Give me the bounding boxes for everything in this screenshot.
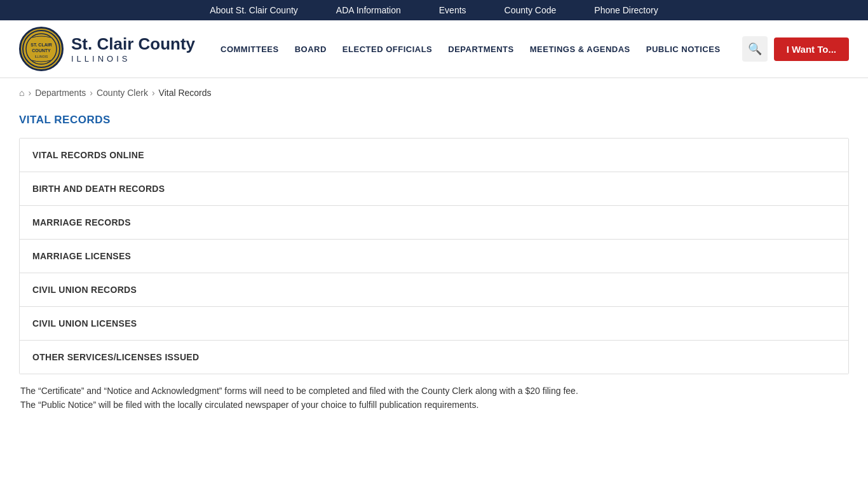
logo-text: St. Clair County ILLINOIS	[71, 34, 195, 64]
home-icon: ⌂	[19, 88, 24, 98]
breadcrumb: ⌂ › Departments › County Clerk › Vital R…	[0, 78, 868, 107]
nav-departments[interactable]: DEPARTMENTS	[442, 39, 520, 59]
accordion-item-civil-union-licenses[interactable]: CIVIL UNION LICENSES	[20, 307, 848, 341]
topbar-link-about[interactable]: About St. Clair County	[210, 5, 298, 15]
accordion-item-civil-union-records[interactable]: CIVIL UNION RECORDS	[20, 273, 848, 307]
breadcrumb-county-clerk[interactable]: County Clerk	[97, 88, 148, 98]
page-title: VITAL RECORDS	[19, 114, 849, 126]
footer-line-2: The “Public Notice” will be filed with t…	[20, 398, 848, 412]
accordion-item-other-services[interactable]: OTHER SERVICES/LICENSES ISSUED	[20, 341, 848, 374]
main-nav: COMMITTEES BOARD ELECTED OFFICIALS DEPAR…	[214, 39, 742, 59]
content-area: VITAL RECORDS VITAL RECORDS ONLINE BIRTH…	[0, 107, 868, 425]
accordion-label-civil-union-licenses: CIVIL UNION LICENSES	[32, 318, 137, 329]
accordion-item-birth-death-records[interactable]: BIRTH AND DEATH RECORDS	[20, 172, 848, 206]
topbar-link-events[interactable]: Events	[439, 5, 466, 15]
header-actions: 🔍 I Want To...	[742, 36, 849, 62]
footer-line-1: The “Certificate” and “Notice and Acknow…	[20, 384, 848, 398]
logo[interactable]: ST. CLAIR COUNTY ILLINOIS St. Clair Coun…	[19, 27, 195, 71]
i-want-to-button[interactable]: I Want To...	[774, 37, 849, 61]
svg-text:COUNTY: COUNTY	[32, 48, 51, 53]
accordion-label-vital-records-online: VITAL RECORDS ONLINE	[32, 150, 144, 160]
header: ST. CLAIR COUNTY ILLINOIS St. Clair Coun…	[0, 20, 868, 78]
breadcrumb-sep-3: ›	[152, 88, 155, 98]
accordion-label-other-services: OTHER SERVICES/LICENSES ISSUED	[32, 352, 199, 362]
breadcrumb-departments[interactable]: Departments	[35, 88, 86, 98]
breadcrumb-home[interactable]: ⌂	[19, 88, 24, 98]
svg-text:ST. CLAIR: ST. CLAIR	[31, 43, 51, 47]
accordion-label-birth-death-records: BIRTH AND DEATH RECORDS	[32, 184, 165, 194]
breadcrumb-sep-2: ›	[90, 88, 93, 98]
search-button[interactable]: 🔍	[742, 36, 768, 62]
top-bar: About St. Clair County ADA Information E…	[0, 0, 868, 20]
nav-committees[interactable]: COMMITTEES	[214, 39, 285, 59]
accordion-item-vital-records-online[interactable]: VITAL RECORDS ONLINE	[20, 139, 848, 172]
accordion: VITAL RECORDS ONLINE BIRTH AND DEATH REC…	[19, 138, 849, 374]
accordion-label-marriage-licenses: MARRIAGE LICENSES	[32, 251, 131, 261]
topbar-link-ada[interactable]: ADA Information	[336, 5, 401, 15]
nav-public-notices[interactable]: PUBLIC NOTICES	[640, 39, 727, 59]
breadcrumb-sep-1: ›	[28, 88, 31, 98]
accordion-item-marriage-records[interactable]: MARRIAGE RECORDS	[20, 206, 848, 240]
state-label: ILLINOIS	[71, 54, 195, 64]
search-icon: 🔍	[748, 42, 762, 56]
nav-elected-officials[interactable]: ELECTED OFFICIALS	[336, 39, 438, 59]
nav-meetings-agendas[interactable]: MEETINGS & AGENDAS	[524, 39, 637, 59]
nav-board[interactable]: BOARD	[288, 39, 333, 59]
topbar-link-county-code[interactable]: County Code	[505, 5, 557, 15]
topbar-link-phone-directory[interactable]: Phone Directory	[594, 5, 658, 15]
footer-text: The “Certificate” and “Notice and Acknow…	[19, 384, 849, 412]
svg-text:ILLINOIS: ILLINOIS	[35, 55, 48, 58]
logo-seal: ST. CLAIR COUNTY ILLINOIS	[19, 27, 64, 71]
accordion-item-marriage-licenses[interactable]: MARRIAGE LICENSES	[20, 240, 848, 273]
accordion-label-civil-union-records: CIVIL UNION RECORDS	[32, 285, 137, 295]
county-name: St. Clair County	[71, 34, 195, 54]
breadcrumb-current: Vital Records	[159, 88, 212, 98]
accordion-label-marriage-records: MARRIAGE RECORDS	[32, 217, 131, 227]
